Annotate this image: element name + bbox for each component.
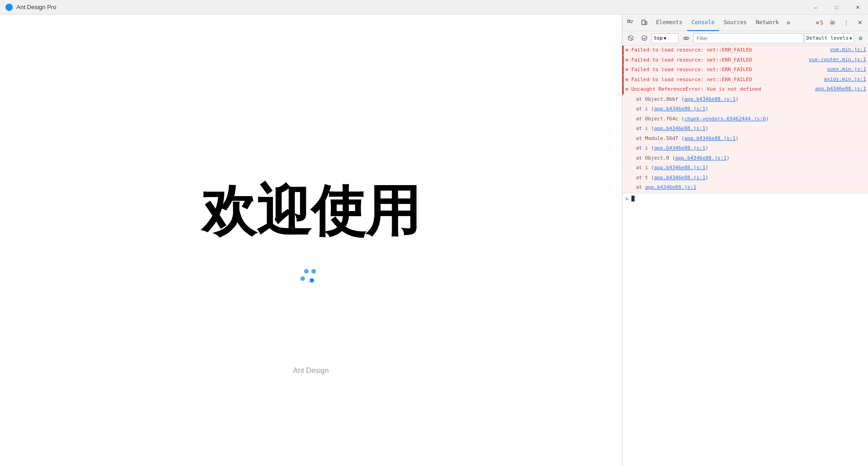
settings-button[interactable] <box>826 16 839 29</box>
error-icon-3: ⊗ <box>625 67 629 72</box>
dot-2 <box>311 269 316 274</box>
window-controls: – □ ✕ <box>805 0 868 15</box>
svg-rect-0 <box>628 20 630 22</box>
console-error-2: ⊗ Failed to load resource: net::ERR_FAIL… <box>622 56 868 66</box>
svg-point-9 <box>642 36 647 41</box>
maximize-button[interactable]: □ <box>826 0 847 15</box>
more-tabs-button[interactable]: » <box>784 18 794 27</box>
devtools-panel: Elements Console Sources Network » ⊗ 5 ⋮ <box>622 15 868 466</box>
stack-line-3: at Object.f64c (chunk-vendors.69462444.j… <box>622 114 868 124</box>
error-icon-5: ⊗ <box>625 86 629 92</box>
inspect-element-button[interactable] <box>624 16 637 29</box>
tab-network[interactable]: Network <box>751 15 784 31</box>
svg-point-5 <box>832 22 833 24</box>
devtools-tabs: Elements Console Sources Network » <box>651 15 813 31</box>
app-icon <box>5 4 13 11</box>
console-settings-button[interactable]: ⚙ <box>855 33 866 44</box>
app-page: 欢迎使用 Ant Design <box>0 15 622 466</box>
console-cursor[interactable] <box>631 196 635 202</box>
console-toolbar: top ▼ Default levels ▼ ⚙ <box>622 31 868 46</box>
levels-label: Default levels <box>806 35 849 41</box>
error-link-3[interactable]: vuex.min.js:1 <box>822 66 866 72</box>
tab-sources[interactable]: Sources <box>719 15 751 31</box>
filter-input[interactable] <box>693 33 803 43</box>
close-devtools-button[interactable]: ✕ <box>853 16 866 29</box>
error-icon-1: ⊗ <box>625 47 629 53</box>
clear-console-button[interactable] <box>624 32 637 45</box>
stack-link-3[interactable]: chunk-vendors.69462444.js:6 <box>684 116 766 122</box>
stack-line-1: at Object.8bbf (app.b4346e88.js:1) <box>622 95 868 105</box>
error-text-1: Failed to load resource: net::ERR_FAILED <box>631 47 826 54</box>
tab-elements[interactable]: Elements <box>651 15 687 31</box>
error-badge: ⊗ 5 <box>814 20 825 26</box>
error-icon-4: ⊗ <box>625 77 629 83</box>
stack-link-6[interactable]: app.b4346e88.js:1 <box>654 145 706 151</box>
stack-link-9[interactable]: app.b4346e88.js:1 <box>654 175 706 181</box>
stack-link-7[interactable]: app.b4346e88.js:1 <box>675 155 727 161</box>
error-icon: ⊗ <box>816 20 819 26</box>
context-selector[interactable]: top ▼ <box>651 33 679 43</box>
error-text-3: Failed to load resource: net::ERR_FAILED <box>631 66 822 74</box>
svg-line-8 <box>629 36 632 40</box>
customize-button[interactable]: ⋮ <box>840 16 852 29</box>
error-text-4: Failed to load resource: net::ERR_FAILED <box>631 76 820 84</box>
svg-point-6 <box>830 21 835 25</box>
dot-4 <box>310 278 314 283</box>
preserve-log-button[interactable] <box>638 32 651 45</box>
console-error-1: ⊗ Failed to load resource: net::ERR_FAIL… <box>622 46 868 56</box>
stack-link-8[interactable]: app.b4346e88.js:1 <box>654 165 706 171</box>
devtools-toolbar: Elements Console Sources Network » ⊗ 5 ⋮ <box>622 15 868 31</box>
stack-link-5[interactable]: app.b4346e88.js:1 <box>684 135 736 141</box>
stack-link-10[interactable]: app.b4346e88.js:1 <box>645 184 697 190</box>
stack-link-1[interactable]: app.b4346e88.js:1 <box>684 96 736 102</box>
tab-console[interactable]: Console <box>687 15 719 31</box>
error-icon-2: ⊗ <box>625 57 629 63</box>
eye-button[interactable] <box>680 32 692 45</box>
svg-rect-4 <box>646 21 647 25</box>
stack-line-6: at i (app.b4346e88.js:1) <box>622 144 868 154</box>
stack-link-2[interactable]: app.b4346e88.js:1 <box>654 106 706 112</box>
svg-rect-3 <box>642 20 645 25</box>
app-title: Ant Design Pro <box>16 4 56 10</box>
app-footer-text: Ant Design <box>293 367 329 375</box>
stack-line-5: at Module.56d7 (app.b4346e88.js:1) <box>622 134 868 144</box>
console-error-4: ⊗ Failed to load resource: net::ERR_FAIL… <box>622 75 868 85</box>
console-error-5: ⊗ Uncaught ReferenceError: Vue is not de… <box>622 85 868 95</box>
stack-line-8: at i (app.b4346e88.js:1) <box>622 163 868 173</box>
context-value: top <box>654 35 663 41</box>
console-body: ⊗ Failed to load resource: net::ERR_FAIL… <box>622 46 868 466</box>
console-error-3: ⊗ Failed to load resource: net::ERR_FAIL… <box>622 65 868 75</box>
stack-line-4: at i (app.b4346e88.js:1) <box>622 124 868 134</box>
stack-line-9: at t (app.b4346e88.js:1) <box>622 173 868 183</box>
main-area: 欢迎使用 Ant Design <box>0 15 868 466</box>
title-bar: Ant Design Pro – □ ✕ <box>0 0 868 15</box>
app-heading: 欢迎使用 <box>202 181 420 241</box>
console-prompt: > <box>625 195 629 202</box>
console-input-area: > <box>622 193 868 204</box>
error-link-1[interactable]: vue.min.js:1 <box>826 47 866 52</box>
close-button[interactable]: ✕ <box>847 0 868 15</box>
error-link-4[interactable]: axios.min.js:1 <box>819 76 866 82</box>
error-count: 5 <box>820 20 823 26</box>
device-toolbar-button[interactable] <box>638 16 651 29</box>
levels-dropdown-icon: ▼ <box>850 36 852 41</box>
minimize-button[interactable]: – <box>805 0 826 15</box>
devtools-toolbar-right: ⊗ 5 ⋮ ✕ <box>814 16 866 29</box>
error-text-2: Failed to load resource: net::ERR_FAILED <box>631 57 805 64</box>
stack-line-2: at i (app.b4346e88.js:1) <box>622 104 868 114</box>
error-link-2[interactable]: vue-router.min.js:1 <box>804 57 866 62</box>
stack-link-4[interactable]: app.b4346e88.js:1 <box>654 125 706 131</box>
context-dropdown-icon: ▼ <box>664 36 666 41</box>
svg-point-10 <box>685 37 687 39</box>
log-levels-dropdown[interactable]: Default levels ▼ <box>804 33 854 43</box>
dot-3 <box>300 276 305 281</box>
error-link-5[interactable]: app.b4346e88.js:1 <box>810 86 866 92</box>
stack-line-10: at app.b4346e88.js:1 <box>622 183 868 193</box>
loading-indicator <box>300 268 322 286</box>
stack-line-7: at Object.0 (app.b4346e88.js:1) <box>622 154 868 164</box>
error-text-5: Uncaught ReferenceError: Vue is not defi… <box>631 86 811 93</box>
dot-1 <box>304 269 309 274</box>
